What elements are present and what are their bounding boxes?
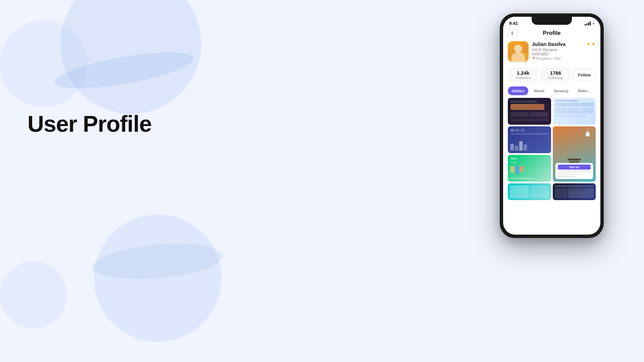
- tab-about[interactable]: About: [530, 86, 548, 95]
- signup-button-inner[interactable]: Sign Up: [558, 165, 591, 170]
- avatar-image: [508, 41, 529, 62]
- star-filled-1: ★: [586, 41, 591, 47]
- signal-icon: [585, 21, 591, 25]
- gallery-item-6[interactable]: UI/UX design: [508, 155, 551, 182]
- followers-label: Followers: [509, 76, 537, 80]
- star-rating: ★ ★: [586, 41, 596, 47]
- tab-vacancy[interactable]: Vacancy: [550, 86, 573, 95]
- bg-blob-4: [0, 261, 67, 328]
- page-title: User Profile: [28, 111, 152, 137]
- phone-body: 9:41 ▪ Profile: [500, 13, 604, 238]
- following-stat: 1766 Following: [540, 67, 571, 82]
- location-icon: 📍: [532, 57, 536, 60]
- gallery-grid: Sign Up UI/UX design: [503, 98, 600, 200]
- back-icon: [511, 31, 515, 35]
- gallery-item-8[interactable]: [553, 183, 596, 200]
- user-section: Julian Dasilva UI/UX Designer 5000 AED 📍…: [503, 39, 600, 65]
- star-filled-2: ★: [591, 41, 596, 47]
- user-salary: 5000 AED: [532, 52, 596, 56]
- phone-screen: 9:41 ▪ Profile: [503, 17, 600, 235]
- following-label: Following: [542, 76, 570, 80]
- avatar: [508, 41, 529, 62]
- status-icons: ▪: [585, 21, 594, 25]
- gallery-item-4[interactable]: [508, 126, 551, 153]
- user-location: 📍 Bangaluru, India: [532, 57, 596, 60]
- following-value: 1766: [542, 70, 570, 76]
- phone-notch: [532, 17, 572, 25]
- follow-button[interactable]: Follow: [573, 69, 596, 81]
- tabs-row: Gallary About Vacancy Ratin...: [503, 85, 600, 98]
- back-button[interactable]: [508, 28, 517, 38]
- status-time: 9:41: [509, 21, 518, 26]
- gallery-item-7[interactable]: [508, 183, 551, 200]
- user-role: UI/UX Designer: [532, 48, 596, 52]
- followers-value: 1.24k: [509, 70, 537, 76]
- tab-gallery[interactable]: Gallary: [508, 86, 528, 95]
- phone-mockup: 9:41 ▪ Profile: [500, 13, 604, 241]
- gallery-item-tall[interactable]: Sign Up: [553, 126, 596, 182]
- header-title: Profile: [543, 30, 561, 37]
- gallery-item-1[interactable]: [508, 98, 551, 125]
- bg-blob-2: [0, 20, 87, 107]
- tab-rating[interactable]: Ratin...: [574, 86, 594, 95]
- stats-row: 1.24k Followers 1766 Following Follow: [503, 65, 600, 85]
- profile-header: Profile: [503, 28, 600, 39]
- gallery-item-2[interactable]: [553, 98, 596, 125]
- battery-icon: ▪: [593, 21, 594, 25]
- followers-stat: 1.24k Followers: [508, 67, 538, 82]
